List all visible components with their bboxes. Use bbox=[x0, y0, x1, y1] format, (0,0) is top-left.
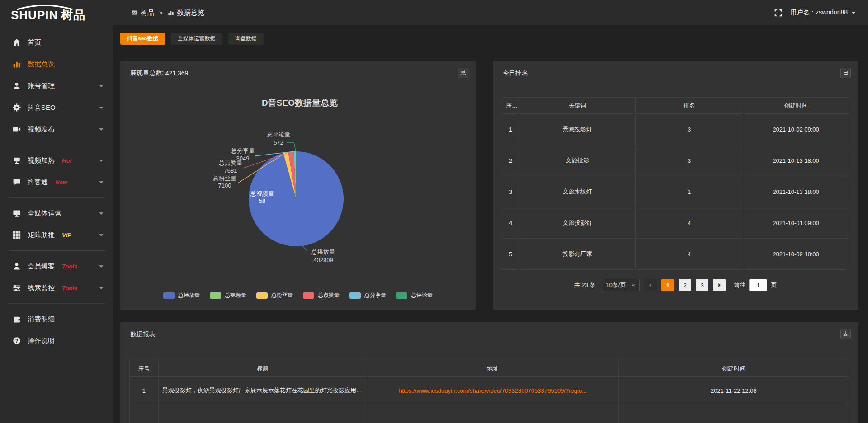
bar-chart-icon bbox=[168, 9, 174, 16]
sidebar-item-account-management[interactable]: 账号管理 bbox=[0, 75, 113, 97]
topbar: SHUPIN树品 树品>数据总览 用户名：zswodun88 bbox=[0, 0, 868, 25]
gear-icon bbox=[13, 103, 21, 112]
pie-label: 402909 bbox=[313, 257, 333, 263]
logo: SHUPIN树品 bbox=[0, 5, 120, 21]
ranking-cell: 4 bbox=[636, 239, 743, 270]
pie-label: 总视频量 bbox=[250, 190, 274, 197]
pie-label: 3049 bbox=[236, 155, 250, 162]
sidebar-item-douketong[interactable]: 抖客通New bbox=[0, 171, 113, 193]
sidebar-divider bbox=[8, 250, 105, 251]
goto-page: 前往页 bbox=[734, 279, 777, 291]
table-view-badge[interactable]: 表 bbox=[840, 329, 851, 339]
ranking-cell: 2021-10-13 18:00 bbox=[743, 176, 849, 207]
fullscreen-icon[interactable] bbox=[774, 9, 782, 17]
overview-panel-header: 展现量总数: 421,369 bbox=[120, 61, 476, 86]
panel-icon bbox=[131, 9, 137, 16]
sidebar-item-consumption-detail[interactable]: 消费明细 bbox=[0, 308, 113, 330]
tab-0[interactable]: 抖音seo数据 bbox=[120, 33, 165, 45]
legend-item-总视频量[interactable]: 总视频量 bbox=[210, 291, 246, 299]
label-line-总评论量 bbox=[287, 142, 296, 151]
label-line-总播放量 bbox=[302, 246, 307, 251]
goto-prefix: 前往 bbox=[734, 281, 745, 289]
ranking-cell: 投影灯厂家 bbox=[519, 239, 636, 270]
chevron-down-icon bbox=[631, 283, 636, 287]
sidebar-item-media-operation[interactable]: 全媒体运营 bbox=[0, 202, 113, 224]
breadcrumb-separator: > bbox=[159, 9, 163, 16]
breadcrumb-item[interactable]: 树品 bbox=[131, 9, 154, 17]
sidebar-item-label: 视频发布 bbox=[28, 125, 55, 134]
breadcrumb-item[interactable]: 数据总览 bbox=[168, 9, 204, 17]
sidebar-item-label: 账号管理 bbox=[28, 82, 55, 90]
sidebar-item-label: 会员爆客 bbox=[28, 262, 55, 271]
legend-item-总评论量[interactable]: 总评论量 bbox=[396, 291, 433, 299]
report-cell-title: 景观投影灯，夜游景观投影灯厂家展示展示落花灯在花园里的灯光投影应用效果 # bbox=[158, 377, 367, 404]
chevron-down-icon bbox=[99, 232, 104, 238]
report-panel-title: 数据报表 bbox=[120, 322, 858, 347]
legend-item-总粉丝量[interactable]: 总粉丝量 bbox=[256, 291, 293, 299]
breadcrumb: 树品>数据总览 bbox=[131, 9, 204, 17]
chart-title: D音SEO数据量总览 bbox=[262, 98, 338, 108]
sidebar-item-badge: VIP bbox=[62, 232, 71, 239]
video-link[interactable]: https://www.iesdouyin.com/share/video/70… bbox=[399, 387, 587, 394]
impressions-label: 展现量总数: bbox=[130, 69, 164, 77]
sidebar-divider bbox=[8, 197, 105, 198]
total-view-badge[interactable]: 总 bbox=[458, 68, 468, 78]
breadcrumb-label: 数据总览 bbox=[177, 9, 204, 17]
table-row: 4文旅投影灯42021-10-01 09:00 bbox=[502, 207, 849, 239]
pie-label: 总分享量 bbox=[231, 147, 255, 154]
sidebar-item-video-heating[interactable]: 视频加热Hot bbox=[0, 150, 113, 171]
home-icon bbox=[13, 38, 21, 47]
ranking-cell: 3 bbox=[636, 145, 743, 176]
sidebar-item-label: 矩阵助推 bbox=[28, 231, 55, 240]
legend-item-总播放量[interactable]: 总播放量 bbox=[163, 291, 200, 299]
legend-item-总分享量[interactable]: 总分享量 bbox=[349, 291, 386, 299]
goto-page-input[interactable] bbox=[749, 279, 767, 291]
table-row: 1景观投影灯，夜游景观投影灯厂家展示展示落花灯在花园里的灯光投影应用效果 #ht… bbox=[130, 377, 849, 404]
sidebar-item-home[interactable]: 首页 bbox=[0, 32, 113, 53]
tab-2[interactable]: 询盘数据 bbox=[228, 33, 264, 45]
user-menu[interactable]: 用户名：zswodun88 bbox=[790, 9, 856, 17]
screen-icon bbox=[13, 156, 21, 164]
sidebar-item-operation-guide[interactable]: ?操作说明 bbox=[0, 330, 113, 352]
chevron-down-icon bbox=[99, 158, 104, 163]
sidebar-item-badge: Tools bbox=[62, 285, 77, 291]
next-page-button[interactable] bbox=[713, 279, 726, 291]
page-button-2[interactable]: 2 bbox=[679, 279, 691, 291]
sidebar-item-data-overview[interactable]: 数据总览 bbox=[0, 53, 113, 75]
daily-view-badge[interactable]: 日 bbox=[840, 68, 851, 78]
pie-label: 572 bbox=[274, 139, 283, 146]
legend-chip bbox=[396, 292, 407, 299]
grid-icon bbox=[13, 231, 21, 239]
page-button-1[interactable]: 1 bbox=[661, 279, 674, 291]
table-row: 5投影灯厂家42021-10-09 18:00 bbox=[502, 239, 849, 270]
ranking-cell: 4 bbox=[636, 207, 743, 239]
page-size-select[interactable]: 10条/页 bbox=[602, 279, 640, 291]
sidebar: 首页数据总览账号管理抖音SEO视频发布视频加热Hot抖客通New全媒体运营矩阵助… bbox=[0, 25, 113, 423]
prev-page-button[interactable] bbox=[644, 279, 657, 291]
report-col-header: 地址 bbox=[367, 361, 619, 377]
svg-text:?: ? bbox=[15, 338, 19, 343]
legend-label: 总粉丝量 bbox=[271, 291, 293, 299]
sidebar-item-matrix-boost[interactable]: 矩阵助推VIP bbox=[0, 224, 113, 246]
page-button-3[interactable]: 3 bbox=[696, 279, 708, 291]
ranking-table: 序号关键词排名创建时间 1景观投影灯32021-10-02 09:002文旅投影… bbox=[502, 97, 849, 270]
sidebar-item-douyin-seo[interactable]: 抖音SEO bbox=[0, 97, 113, 118]
sidebar-item-label: 消费明细 bbox=[28, 315, 55, 324]
breadcrumb-label: 树品 bbox=[141, 9, 154, 17]
sidebar-item-badge: Hot bbox=[62, 157, 72, 164]
pagination-total: 共 23 条 bbox=[574, 281, 596, 289]
logo-text: SHUPIN树品 bbox=[11, 9, 120, 21]
chart-legend: 总播放量总视频量总粉丝量总点赞量总分享量总评论量 bbox=[120, 291, 476, 299]
ranking-cell: 2021-10-02 09:00 bbox=[743, 114, 849, 145]
legend-item-总点赞量[interactable]: 总点赞量 bbox=[303, 291, 340, 299]
tab-1[interactable]: 全媒体运营数据 bbox=[171, 33, 222, 45]
legend-chip bbox=[256, 292, 268, 299]
pie-label: 7100 bbox=[218, 182, 231, 189]
today-ranking-panel: 今日排名 日 序号关键词排名创建时间 1景观投影灯32021-10-02 09:… bbox=[493, 61, 858, 310]
ranking-cell: 2021-10-09 18:00 bbox=[743, 239, 849, 270]
sidebar-divider bbox=[8, 145, 105, 145]
sidebar-item-clue-monitor[interactable]: 线索监控Tools bbox=[0, 277, 113, 299]
sidebar-item-video-publish[interactable]: 视频发布 bbox=[0, 118, 113, 140]
sidebar-item-member-baoke[interactable]: 会员爆客Tools bbox=[0, 255, 113, 277]
bar-chart-icon bbox=[13, 60, 21, 68]
